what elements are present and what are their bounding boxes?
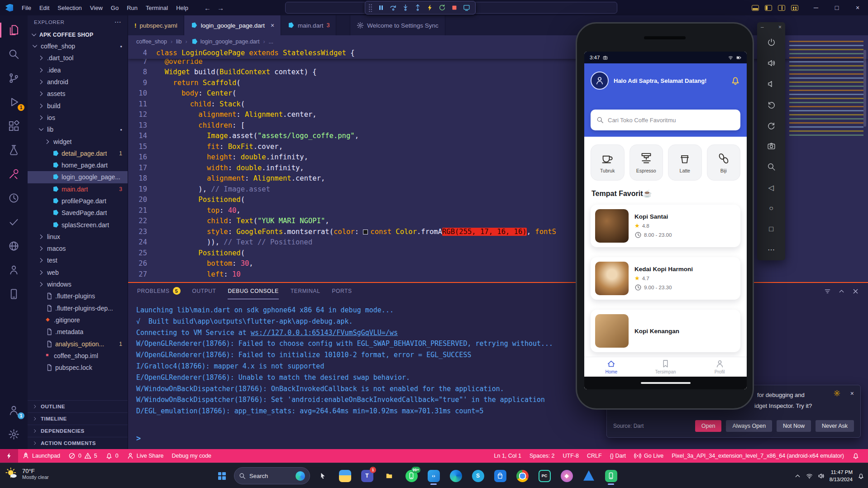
taskbar-cursor[interactable] <box>313 466 332 486</box>
tree-item--gitignore[interactable]: ◆.gitignore <box>28 314 128 326</box>
status-encoding[interactable]: UTF-8 <box>559 449 583 463</box>
activity-todo[interactable] <box>0 210 28 234</box>
breadcrumb-item[interactable]: login_google_page.dart <box>191 38 260 45</box>
nav-forward-icon[interactable]: → <box>217 4 224 12</box>
activity-device-preview[interactable] <box>0 282 28 306</box>
taskbar-pycharm[interactable]: PC <box>535 466 554 486</box>
status-notifications-count[interactable]: 0 <box>101 449 123 463</box>
emulator-back-button[interactable]: ◁ <box>757 177 785 198</box>
filter-icon[interactable] <box>824 288 831 295</box>
more-actions-icon[interactable]: ⋯ <box>114 18 121 26</box>
section-outline[interactable]: OUTLINE <box>28 400 128 412</box>
status-debug-my-code[interactable]: Debug my code <box>168 449 216 463</box>
status-notifications[interactable] <box>848 449 863 463</box>
taskbar-azure[interactable] <box>579 466 598 486</box>
panel-tab-output[interactable]: OUTPUT <box>192 283 216 299</box>
taskbar-chrome[interactable] <box>513 466 532 486</box>
activity-accounts[interactable]: 1 <box>0 398 28 422</box>
tray-chevron-up-icon[interactable] <box>794 473 801 479</box>
status-problems-summary[interactable]: 05 <box>64 449 101 463</box>
panel-tab-debug-console[interactable]: DEBUG CONSOLE <box>228 283 279 299</box>
emulator-power-button[interactable] <box>757 32 785 53</box>
emulator-home-button[interactable]: ○ <box>757 198 785 219</box>
breadcrumb-item[interactable]: coffee_shop <box>136 38 167 45</box>
menu-file[interactable]: File <box>18 5 35 11</box>
tree-item-windows[interactable]: windows <box>28 278 128 290</box>
not-now-button[interactable]: Not Now <box>777 420 811 432</box>
taskbar-file-explorer[interactable] <box>335 466 354 486</box>
panel-tab-terminal[interactable]: TERMINAL <box>291 283 320 299</box>
category-espresso[interactable]: Espresso <box>630 144 663 181</box>
close-icon[interactable]: × <box>850 390 854 397</box>
section-timeline[interactable]: TIMELINE <box>28 412 128 425</box>
tab-login-google-page[interactable]: login_google_page.dart× <box>184 15 281 35</box>
breadcrumb-item[interactable]: ... <box>269 38 273 45</box>
activity-remote-tools[interactable] <box>0 162 28 186</box>
tree-item-lib[interactable]: lib● <box>28 124 128 135</box>
never-ask-button[interactable]: Never Ask <box>816 420 854 432</box>
activity-extensions[interactable] <box>0 114 28 138</box>
gesture-pill[interactable] <box>641 382 691 384</box>
emulator-volume-down-button[interactable] <box>757 74 785 95</box>
tree-item-test[interactable]: test <box>28 254 128 266</box>
tree-item-savedpage-dart[interactable]: SavedPage.dart <box>28 207 128 219</box>
taskbar-search[interactable]: Search <box>234 467 310 484</box>
tree-item-analysis-option-[interactable]: analysis_option...1 <box>28 338 128 349</box>
status-remote[interactable] <box>0 449 18 463</box>
tab-main[interactable]: main.dart3 <box>281 15 336 35</box>
favorite-card[interactable]: Kopi Kenangan <box>591 310 740 352</box>
toggle-sidebar-icon[interactable] <box>765 5 772 11</box>
status-language-mode[interactable]: {} Dart <box>606 449 630 463</box>
section-dependencies[interactable]: DEPENDENCIES <box>28 425 128 437</box>
emulator-rotate-right-button[interactable] <box>757 115 785 136</box>
status-debug-device[interactable]: Pixel_3a_API_34_extension_level_7_x86_64… <box>668 449 848 463</box>
favorite-card[interactable]: Kopi Santai★4.88.00 - 23.00 <box>591 205 740 247</box>
bell-icon[interactable] <box>730 76 740 86</box>
taskbar-vscode[interactable]: ‹› <box>424 466 443 486</box>
tree-item-detail-page-dart[interactable]: detail_page.dart1 <box>28 148 128 159</box>
category-latte[interactable]: Latte <box>668 144 702 181</box>
close-panel-icon[interactable] <box>852 288 859 295</box>
tree-item-pubspec-lock[interactable]: pubspec.lock <box>28 362 128 373</box>
emulator-minimize-button[interactable]: – <box>761 24 764 30</box>
status-indentation[interactable]: Spaces: 2 <box>525 449 559 463</box>
menu-terminal[interactable]: Terminal <box>142 5 172 11</box>
nav-profil[interactable]: Profil <box>692 357 747 377</box>
emulator-overview-button[interactable]: □ <box>757 219 785 239</box>
weather-widget[interactable]: 70°F Mostly clear <box>5 467 49 480</box>
tree-item-coffee-shop-iml[interactable]: ■coffee_shop.iml <box>28 350 128 362</box>
panel-tab-problems[interactable]: PROBLEMS5 <box>137 283 181 299</box>
tree-item-assets[interactable]: assets <box>28 88 128 100</box>
clock[interactable]: 11:47 PM 8/13/2024 <box>830 469 853 483</box>
tree-item-splasscreen-dart[interactable]: splasScreen.dart <box>28 219 128 230</box>
status-eol[interactable]: CRLF <box>583 449 606 463</box>
favorite-card[interactable]: Kedai Kopi Harmoni★4.79.00 - 23.30 <box>591 257 740 300</box>
taskbar-whatsapp[interactable]: 99+ <box>402 466 421 486</box>
section-action-comments[interactable]: ACTION COMMENTS <box>28 437 128 449</box>
step-out-button[interactable] <box>412 2 423 14</box>
always-open-button[interactable]: Always Open <box>726 420 772 432</box>
stop-button[interactable] <box>448 2 460 14</box>
activity-browser-preview[interactable] <box>0 234 28 258</box>
split-editor-icon[interactable] <box>778 5 785 11</box>
emulator-volume-up-button[interactable] <box>757 53 785 74</box>
activity-live-share[interactable] <box>0 258 28 282</box>
volume-icon[interactable] <box>818 473 825 479</box>
breadcrumb-item[interactable]: lib <box>176 38 182 45</box>
tree-item-profilepage-dart[interactable]: profilePage.dart <box>28 195 128 207</box>
menu-selection[interactable]: Selection <box>53 5 86 11</box>
status-live-share[interactable]: Live Share <box>123 449 168 463</box>
taskbar-skype[interactable]: S <box>468 466 487 486</box>
menu-go[interactable]: Go <box>107 5 123 11</box>
customize-layout-icon[interactable] <box>791 5 798 11</box>
step-into-button[interactable] <box>400 2 411 14</box>
activity-source-control[interactable] <box>0 66 28 90</box>
tree-item-build[interactable]: build <box>28 100 128 111</box>
tree-item-coffee-shop[interactable]: coffee_shop● <box>28 40 128 52</box>
tab-welcome-settings-sync[interactable]: Welcome to Settings Sync <box>350 15 445 35</box>
close-button[interactable]: × <box>847 0 868 15</box>
activity-explorer[interactable] <box>0 18 28 42</box>
drag-handle[interactable] <box>368 4 372 12</box>
tree-item-login-google-page-[interactable]: login_google_page... <box>28 171 128 183</box>
taskbar-emulator[interactable] <box>601 466 620 486</box>
